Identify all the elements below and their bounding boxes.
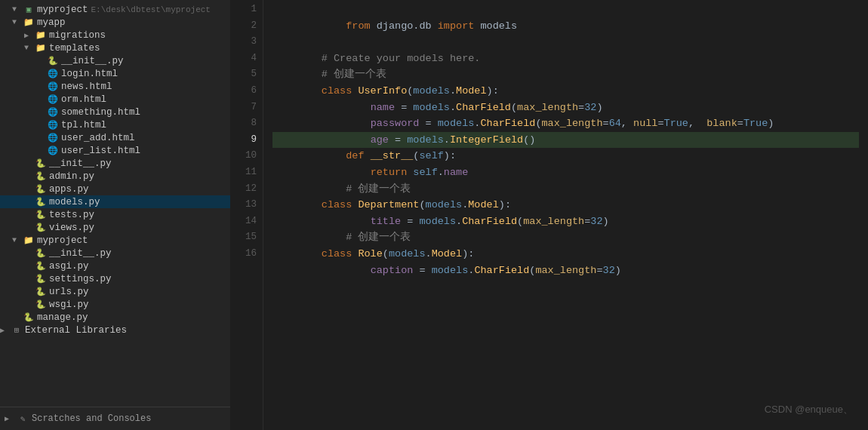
sidebar-label-migrations: migrations [49,30,106,41]
sidebar-item-asgi-py[interactable]: ▶ 🐍 asgi.py [0,260,230,272]
line-numbers: 1 2 3 4 ▼ 5 6 7 8 ● ▼ 9 10 11 ▼ 12 13 14 [230,0,263,430]
py-icon: 🐍 [35,184,47,194]
code-line-1: from django.db import models [272,2,859,18]
sidebar-item-myproject-root[interactable]: ▼ ▣ myproject E:\desk\dbtest\myproject [0,3,230,16]
sidebar-item-tests-py[interactable]: ▶ 🐍 tests.py [0,208,230,221]
sidebar-label-models-py: models.py [49,197,100,207]
sidebar-item-views-py[interactable]: ▶ 🐍 views.py [0,221,230,234]
sidebar-label-myproject-inner: myproject [37,235,88,246]
sidebar-item-login-html[interactable]: ▶ 🌐 login.html [0,67,230,80]
folder-icon: 📁 [23,235,35,245]
linenum-15: ▼ 15 [230,229,257,246]
sidebar-item-migrations[interactable]: ▶ 📁 migrations [0,29,230,41]
py-icon: 🐍 [23,312,35,322]
arrow-myproject: ▼ [12,5,23,14]
py-icon: 🐍 [35,299,47,309]
sidebar-item-wsgi-py[interactable]: ▶ 🐍 wsgi.py [0,298,230,311]
linenum-8: 8 [230,115,257,132]
code-line-3: # Create your models here. [272,34,859,51]
sidebar-label-templates: templates [49,43,100,54]
sidebar-label-init-inner: __init__.py [49,248,112,259]
html-icon: 🌐 [47,146,59,155]
arrow-myapp: ▼ [12,18,23,26]
sidebar-label-something-html: something.html [61,107,140,118]
py-icon: 🐍 [35,210,47,220]
py-icon: 🐍 [35,197,47,207]
py-icon: 🐍 [35,274,47,284]
arrow-ext-libs: ▶ [0,326,11,335]
sidebar-item-settings-py[interactable]: ▶ 🐍 settings.py [0,272,230,285]
sidebar-item-tpl-html[interactable]: ▶ 🌐 tpl.html [0,118,230,131]
sidebar-label-orm-html: orm.html [61,94,106,105]
code-area[interactable]: from django.db import models # Create yo… [263,0,868,430]
sidebar-item-something-html[interactable]: ▶ 🌐 something.html [0,106,230,118]
py-icon: 🐍 [47,56,59,66]
folder-icon: 📁 [35,43,47,53]
linenum-11: 11 [230,164,257,181]
html-icon: 🌐 [47,81,59,91]
project-path: E:\desk\dbtest\myproject [91,5,211,14]
sidebar-item-orm-html[interactable]: ▶ 🌐 orm.html [0,93,230,106]
sidebar-item-scratches[interactable]: ▶ ✎ Scratches and Consoles [0,407,230,430]
sidebar-label-ext-libs: External Libraries [25,325,127,336]
editor-panel: 1 2 3 4 ▼ 5 6 7 8 ● ▼ 9 10 11 ▼ 12 13 14 [230,0,868,430]
linenum-16: 16 [230,246,257,263]
sidebar-item-myapp[interactable]: ▼ 📁 myapp [0,16,230,29]
sidebar-label-news-html: news.html [61,81,112,92]
sidebar-label-tpl-html: tpl.html [61,120,106,131]
py-icon: 🐍 [35,261,47,271]
sidebar-item-urls-py[interactable]: ▶ 🐍 urls.py [0,285,230,298]
sidebar-label-urls-py: urls.py [49,287,89,297]
folder-icon: 📁 [23,17,35,27]
arrow-migrations: ▶ [24,31,35,40]
sidebar-item-init-tmpl[interactable]: ▶ 🐍 __init__.py [0,54,230,67]
py-icon: 🐍 [35,248,47,258]
linenum-10: 10 [230,148,257,164]
sidebar-item-user-list-html[interactable]: ▶ 🌐 user_list.html [0,144,230,157]
py-icon: 🐍 [35,158,47,168]
sidebar-label-tests-py: tests.py [49,210,94,220]
scratches-icon: ✎ [17,414,29,424]
sidebar-item-templates[interactable]: ▼ 📁 templates [0,41,230,54]
html-icon: 🌐 [47,120,59,130]
sidebar-item-apps-py[interactable]: ▶ 🐍 apps.py [0,183,230,195]
sidebar-label-views-py: views.py [49,223,94,233]
arrow-myproject-inner: ▼ [12,236,23,244]
linenum-6: 6 [230,83,257,100]
sidebar-item-init-inner[interactable]: ▶ 🐍 __init__.py [0,247,230,260]
editor-content[interactable]: 1 2 3 4 ▼ 5 6 7 8 ● ▼ 9 10 11 ▼ 12 13 14 [230,0,868,430]
sidebar-label-apps-py: apps.py [49,184,89,195]
sidebar-label-admin-py: admin.py [49,171,94,182]
html-icon: 🌐 [47,107,59,117]
linenum-4: 4 [230,51,257,67]
sidebar-item-user-add-html[interactable]: ▶ 🌐 user_add.html [0,131,230,144]
arrow-scratches: ▶ [5,414,15,423]
linenum-7: 7 [230,100,257,116]
sidebar-item-news-html[interactable]: ▶ 🌐 news.html [0,80,230,93]
sidebar-label-login-html: login.html [61,69,118,79]
sidebar: ▼ ▣ myproject E:\desk\dbtest\myproject ▼… [0,0,230,430]
watermark: CSDN @enqueue、 [765,403,853,416]
sidebar-label-myproject: myproject [37,5,88,15]
sidebar-label-settings-py: settings.py [49,274,112,284]
linenum-14: 14 [230,213,257,230]
sidebar-item-myproject-inner[interactable]: ▼ 📁 myproject [0,234,230,247]
sidebar-label-manage-py: manage.py [37,312,88,323]
sidebar-item-admin-py[interactable]: ▶ 🐍 admin.py [0,170,230,183]
sidebar-item-ext-libs[interactable]: ▶ ⊞ External Libraries [0,324,230,336]
sidebar-item-init-myapp[interactable]: ▶ 🐍 __init__.py [0,157,230,170]
html-icon: 🌐 [47,133,59,143]
sidebar-item-models-py[interactable]: ▶ 🐍 models.py [0,195,230,208]
py-icon: 🐍 [35,171,47,181]
linenum-5: ▼ 5 [230,66,257,83]
py-icon: 🐍 [35,287,47,296]
sidebar-label-asgi-py: asgi.py [49,261,89,272]
ext-libs-icon: ⊞ [11,325,23,335]
sidebar-label-init-tmpl: __init__.py [61,56,124,66]
arrow-templates: ▼ [24,44,35,52]
folder-icon: 📁 [35,30,47,40]
linenum-13: 13 [230,197,257,213]
sidebar-item-manage-py[interactable]: ▶ 🐍 manage.py [0,311,230,324]
py-icon: 🐍 [35,223,47,232]
sidebar-tree: ▼ ▣ myproject E:\desk\dbtest\myproject ▼… [0,0,230,407]
